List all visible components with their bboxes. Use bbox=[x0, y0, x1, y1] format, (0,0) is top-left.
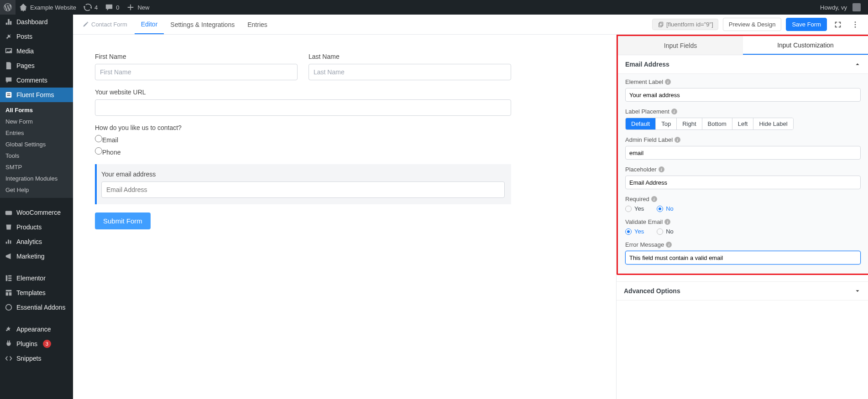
sidebar-item-dashboard[interactable]: Dashboard bbox=[0, 15, 73, 29]
sidebar-item-marketing[interactable]: Marketing bbox=[0, 249, 73, 264]
pin-icon bbox=[5, 32, 13, 41]
seg-default[interactable]: Default bbox=[626, 118, 656, 130]
snippets-icon bbox=[5, 354, 13, 363]
seg-right[interactable]: Right bbox=[677, 118, 702, 130]
sidebar-item-label: Appearance bbox=[16, 326, 51, 333]
tab-entries[interactable]: Entries bbox=[241, 15, 274, 34]
sidebar-item-plugins[interactable]: Plugins3 bbox=[0, 337, 73, 351]
validate-no[interactable]: No bbox=[657, 228, 674, 235]
tab-editor[interactable]: Editor bbox=[135, 15, 164, 34]
sidebar-item-elementor[interactable]: Elementor bbox=[0, 271, 73, 285]
seg-hide-label[interactable]: Hide Label bbox=[753, 118, 793, 130]
first-name-input[interactable] bbox=[95, 64, 298, 80]
sidebar-sub-all-forms[interactable]: All Forms bbox=[0, 104, 73, 116]
sidebar-sub-integration-modules[interactable]: Integration Modules bbox=[0, 173, 73, 184]
sidebar-item-media[interactable]: Media bbox=[0, 44, 73, 58]
sidebar-sub-get-help[interactable]: Get Help bbox=[0, 184, 73, 196]
sidebar-item-snippets[interactable]: Snippets bbox=[0, 351, 73, 366]
element-label-input[interactable] bbox=[625, 88, 861, 102]
new-link[interactable]: New bbox=[123, 0, 153, 15]
tab-input-fields[interactable]: Input Fields bbox=[618, 36, 743, 55]
email-field-selected[interactable]: Your email address bbox=[95, 164, 511, 204]
svg-rect-0 bbox=[7, 62, 11, 69]
seg-bottom[interactable]: Bottom bbox=[702, 118, 732, 130]
contact-pref-field[interactable]: How do you like us to contact? EmailPhon… bbox=[95, 124, 511, 156]
placeholder-input[interactable] bbox=[625, 176, 861, 189]
info-icon[interactable]: i bbox=[664, 219, 670, 225]
sidebar-item-analytics[interactable]: Analytics bbox=[0, 234, 73, 249]
updates-count: 4 bbox=[94, 4, 98, 11]
sidebar-item-appearance[interactable]: Appearance bbox=[0, 322, 73, 337]
howdy-text: Howdy, vy bbox=[820, 4, 847, 11]
required-no[interactable]: No bbox=[657, 205, 674, 212]
svg-rect-10 bbox=[659, 23, 662, 26]
last-name-input[interactable] bbox=[309, 64, 511, 80]
radio-phone[interactable]: Phone bbox=[95, 147, 511, 156]
comments-icon bbox=[5, 76, 13, 84]
svg-rect-6 bbox=[8, 275, 11, 277]
svg-point-14 bbox=[855, 26, 856, 28]
info-icon[interactable]: i bbox=[651, 196, 657, 202]
info-icon[interactable]: i bbox=[659, 166, 664, 172]
info-icon[interactable]: i bbox=[675, 137, 680, 143]
seg-left[interactable]: Left bbox=[732, 118, 754, 130]
sidebar-sub-global-settings[interactable]: Global Settings bbox=[0, 139, 73, 150]
radio-email[interactable]: Email bbox=[95, 135, 511, 144]
preview-button[interactable]: Preview & Design bbox=[723, 18, 782, 31]
shortcode-display[interactable]: [fluentform id="9"] bbox=[652, 19, 718, 30]
url-label: Your website URL bbox=[95, 88, 511, 96]
sidebar-item-pages[interactable]: Pages bbox=[0, 58, 73, 73]
more-button[interactable] bbox=[849, 18, 862, 31]
tab-input-customization[interactable]: Input Customization bbox=[743, 36, 868, 55]
sidebar-sub-tools[interactable]: Tools bbox=[0, 150, 73, 161]
required-title: Required bbox=[625, 196, 649, 202]
info-icon[interactable]: i bbox=[665, 79, 671, 85]
tab-settings-integrations[interactable]: Settings & Integrations bbox=[164, 15, 241, 34]
last-name-field[interactable]: Last Name bbox=[309, 53, 511, 80]
first-name-field[interactable]: First Name bbox=[95, 53, 298, 80]
products-icon bbox=[5, 223, 13, 231]
save-button[interactable]: Save Form bbox=[786, 18, 827, 31]
account-link[interactable]: Howdy, vy bbox=[816, 0, 864, 15]
url-input[interactable] bbox=[95, 99, 511, 116]
accordion-advanced-options[interactable]: Advanced Options bbox=[617, 281, 868, 301]
site-link[interactable]: Example Website bbox=[16, 0, 80, 15]
sidebar-item-label: Elementor bbox=[16, 275, 46, 282]
sidebar-item-essential-addons[interactable]: Essential Addons bbox=[0, 300, 73, 315]
svg-rect-1 bbox=[6, 92, 12, 98]
sidebar-item-label: Products bbox=[16, 223, 42, 231]
url-field[interactable]: Your website URL bbox=[95, 88, 511, 116]
error-message-input[interactable] bbox=[625, 251, 861, 264]
info-icon[interactable]: i bbox=[666, 242, 672, 248]
required-yes[interactable]: Yes bbox=[625, 205, 644, 212]
submit-button[interactable]: Submit Form bbox=[95, 212, 151, 229]
sidebar-sub-new-form[interactable]: New Form bbox=[0, 116, 73, 127]
sidebar-sub-smtp[interactable]: SMTP bbox=[0, 161, 73, 173]
element-label-title: Element Label bbox=[625, 78, 663, 85]
site-name: Example Website bbox=[30, 4, 76, 11]
sidebar-item-woocommerce[interactable]: WooCommerce bbox=[0, 205, 73, 220]
admin-label-input[interactable] bbox=[625, 146, 861, 160]
sidebar-item-posts[interactable]: Posts bbox=[0, 29, 73, 44]
sidebar-sub-entries[interactable]: Entries bbox=[0, 127, 73, 139]
info-icon[interactable]: i bbox=[671, 109, 677, 114]
sidebar-item-products[interactable]: Products bbox=[0, 220, 73, 234]
updates-link[interactable]: 4 bbox=[80, 0, 101, 15]
email-input[interactable] bbox=[101, 181, 505, 198]
breadcrumb[interactable]: Contact Form bbox=[82, 21, 135, 28]
copy-icon bbox=[657, 21, 664, 28]
plugins-icon bbox=[5, 340, 13, 348]
chevron-down-icon bbox=[854, 288, 861, 294]
wp-logo[interactable] bbox=[0, 0, 16, 15]
sidebar-item-templates[interactable]: Templates bbox=[0, 285, 73, 300]
seg-top[interactable]: Top bbox=[656, 118, 677, 130]
sidebar-item-comments[interactable]: Comments bbox=[0, 73, 73, 88]
settings-panel: Input Fields Input Customization Email A… bbox=[616, 35, 868, 399]
fullscreen-button[interactable] bbox=[831, 18, 844, 31]
sidebar-item-fluent-forms[interactable]: Fluent Forms bbox=[0, 88, 73, 102]
accordion-email-address[interactable]: Email Address bbox=[618, 55, 868, 74]
sidebar-item-label: Comments bbox=[16, 77, 47, 84]
validate-yes[interactable]: Yes bbox=[625, 228, 644, 235]
comments-link[interactable]: 0 bbox=[101, 0, 123, 15]
contact-pref-label: How do you like us to contact? bbox=[95, 124, 511, 131]
